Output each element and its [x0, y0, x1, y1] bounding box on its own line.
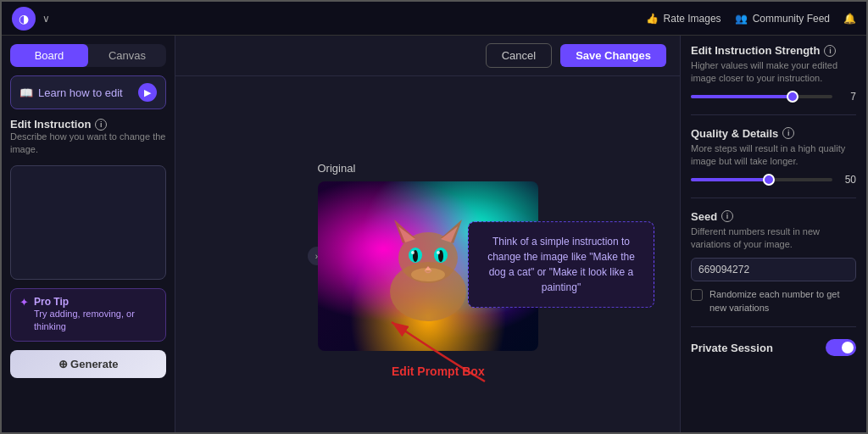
tab-canvas[interactable]: Canvas: [88, 44, 166, 67]
cancel-button[interactable]: Cancel: [486, 43, 552, 68]
strength-value: 7: [839, 91, 856, 103]
generate-button[interactable]: ⊕ Generate: [10, 350, 166, 378]
randomize-row: Randomize each number to get new variati…: [691, 288, 856, 314]
seed-section: Seed i Different numbers result in new v…: [691, 210, 856, 315]
community-feed-button[interactable]: 👥 Community Feed: [735, 13, 830, 25]
star-icon: ✦: [19, 296, 29, 309]
hint-box: Think of a simple instruction to change …: [468, 221, 654, 308]
randomize-checkbox[interactable]: [691, 289, 703, 301]
info-icon: i: [95, 119, 107, 131]
quality-info-icon: i: [782, 127, 794, 139]
quality-slider-track[interactable]: [691, 178, 832, 181]
edit-strength-title: Edit Instruction Strength: [691, 44, 820, 57]
svg-point-10: [411, 251, 415, 254]
logo-icon[interactable]: ◑: [12, 7, 36, 31]
edit-instruction-desc: Describe how you want to change the imag…: [10, 131, 166, 157]
svg-point-13: [411, 268, 445, 281]
quality-slider-thumb[interactable]: [763, 174, 775, 186]
thumbs-up-icon: 👍: [646, 13, 659, 25]
chevron-down-icon[interactable]: ∨: [42, 13, 50, 25]
quality-value: 50: [839, 174, 856, 186]
learn-how-to-edit-button[interactable]: 📖 Learn how to edit ▶: [10, 75, 166, 109]
cat-svg: [373, 211, 483, 321]
svg-point-11: [437, 251, 440, 254]
pro-tip-label: Pro Tip: [34, 296, 157, 308]
pro-tip-box: ✦ Pro Tip Try adding, removing, or think…: [10, 288, 166, 342]
edit-strength-section: Edit Instruction Strength i Higher value…: [691, 44, 856, 103]
center-header: Cancel Save Changes: [175, 36, 680, 76]
edit-instruction-label: Edit Instruction i: [10, 118, 166, 131]
quality-desc: More steps will result in a high quality…: [691, 142, 856, 169]
edit-strength-desc: Higher values will make your edited imag…: [691, 59, 856, 86]
tab-board[interactable]: Board: [10, 44, 88, 67]
edit-instruction-section: Edit Instruction i Describe how you want…: [10, 118, 166, 157]
center-content: › Original: [175, 76, 680, 434]
learn-btn-left: 📖 Learn how to edit: [19, 86, 123, 99]
quality-slider-fill: [691, 178, 769, 181]
bell-icon: 🔔: [843, 13, 856, 25]
seed-title: Seed: [691, 210, 717, 223]
strength-slider-track[interactable]: [691, 95, 832, 98]
top-bar-right: 👍 Rate Images 👥 Community Feed 🔔: [646, 13, 856, 25]
main-layout: Board Canvas 📖 Learn how to edit ▶ Edit …: [2, 36, 866, 434]
left-sidebar: Board Canvas 📖 Learn how to edit ▶ Edit …: [2, 36, 175, 434]
center-area: Cancel Save Changes › Original: [175, 36, 680, 434]
private-session-label: Private Session: [691, 342, 773, 354]
save-changes-button[interactable]: Save Changes: [560, 44, 666, 67]
right-panel: Edit Instruction Strength i Higher value…: [680, 36, 866, 434]
divider-1: [691, 114, 856, 115]
edit-strength-info-icon: i: [824, 45, 836, 57]
rate-images-button[interactable]: 👍 Rate Images: [646, 13, 721, 25]
original-label: Original: [318, 162, 356, 175]
quality-slider-row: 50: [691, 174, 856, 186]
play-icon: ▶: [138, 83, 157, 102]
strength-slider-fill: [691, 95, 793, 98]
private-session-row: Private Session: [691, 339, 856, 356]
prompt-textarea[interactable]: [10, 165, 166, 280]
seed-desc: Different numbers result in new variatio…: [691, 225, 856, 252]
seed-info-icon: i: [721, 210, 733, 222]
private-session-toggle[interactable]: [826, 339, 856, 356]
tab-row: Board Canvas: [10, 44, 166, 67]
book-icon: 📖: [19, 86, 33, 99]
quality-title: Quality & Details: [691, 127, 778, 140]
community-icon: 👥: [735, 13, 748, 25]
pro-tip-text: Try adding, removing, or thinking: [34, 308, 157, 334]
strength-slider-thumb[interactable]: [787, 91, 798, 103]
top-bar-left: ◑ ∨: [12, 7, 50, 31]
randomize-label: Randomize each number to get new variati…: [709, 288, 856, 314]
top-bar: ◑ ∨ 👍 Rate Images 👥 Community Feed 🔔: [2, 2, 866, 36]
divider-3: [691, 326, 856, 327]
quality-section: Quality & Details i More steps will resu…: [691, 127, 856, 186]
seed-input[interactable]: [691, 258, 856, 281]
divider-2: [691, 198, 856, 198]
arrow-label: Edit Prompt Box: [392, 364, 485, 378]
notification-button[interactable]: 🔔: [843, 13, 856, 25]
strength-slider-row: 7: [691, 91, 856, 103]
